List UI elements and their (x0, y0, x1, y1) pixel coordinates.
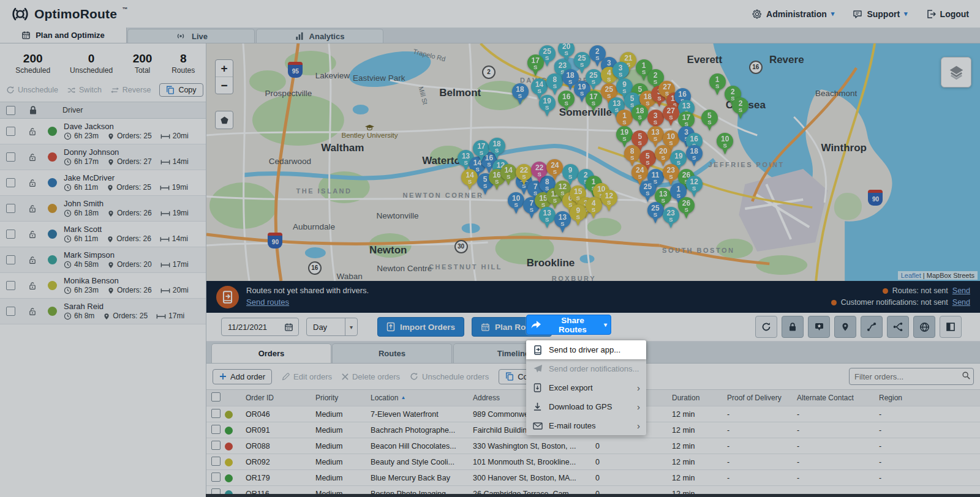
route-dots-toggle-button[interactable] (861, 316, 883, 338)
stop-marker[interactable]: 19S (539, 95, 556, 117)
route-map[interactable]: SomervilleBelmontEverettRevereChelseaWin… (206, 43, 980, 281)
driver-checkbox[interactable] (6, 204, 15, 213)
stop-marker[interactable]: 16S (558, 91, 575, 113)
stop-marker[interactable]: 17S (527, 54, 544, 77)
driver-checkbox[interactable] (6, 307, 15, 316)
send-link[interactable]: Send (952, 297, 970, 308)
horizontal-scrollbar[interactable] (206, 494, 980, 497)
add-order-button[interactable]: Add order (213, 369, 272, 384)
order-row[interactable]: OR088 Medium Beacon Hill Chocolates... 3… (206, 438, 980, 454)
column-header-region[interactable]: Region (874, 394, 980, 402)
polygon-select-button[interactable] (215, 111, 233, 129)
refresh-toggle-button[interactable] (755, 316, 777, 338)
order-row[interactable]: OR092 Medium Beauty and Style Cooli... 1… (206, 454, 980, 470)
zoom-in-button[interactable]: + (216, 60, 233, 77)
tab-routes[interactable]: Routes (332, 343, 452, 363)
stop-marker[interactable]: 22S (531, 162, 548, 184)
calendar-icon[interactable] (284, 323, 293, 332)
stop-marker[interactable]: 18S (631, 105, 648, 127)
order-checkbox[interactable] (211, 441, 221, 450)
stop-marker[interactable]: 10S (717, 133, 733, 155)
lock-toggle-button[interactable] (782, 316, 804, 338)
menu-item-download-to-gps[interactable]: Download to GPS› (526, 397, 646, 416)
order-checkbox[interactable] (211, 409, 221, 418)
switch-button[interactable]: Switch (67, 86, 102, 94)
share-routes-button[interactable]: Share Routes ▾ (526, 315, 611, 335)
leaflet-link[interactable]: Leaflet (901, 272, 921, 279)
driver-checkbox[interactable] (6, 152, 15, 162)
stop-marker[interactable]: 12S (601, 190, 617, 212)
date-picker[interactable] (221, 318, 299, 336)
nav-administration[interactable]: Administration▾ (752, 9, 834, 19)
route-branch-toggle-button[interactable] (887, 316, 909, 338)
stop-marker[interactable]: 17S (473, 140, 489, 162)
column-header-duration[interactable]: Duration (667, 394, 722, 402)
column-header-order-id[interactable]: Order ID (241, 394, 311, 402)
copy-routes-button[interactable]: Copy (159, 83, 203, 97)
stop-marker[interactable]: 4S (586, 197, 602, 219)
split-panel-toggle-button[interactable] (940, 316, 962, 338)
menu-item-e-mail-routes[interactable]: E-mail routes› (526, 416, 646, 435)
column-header-proof-of-delivery[interactable]: Proof of Delivery (722, 394, 792, 402)
driver-row[interactable]: Mark Scott 6h 11m Orders: 26 14mi (0, 222, 206, 247)
select-all-orders-checkbox[interactable] (211, 392, 221, 402)
driver-row[interactable]: Sarah Reid 6h 8m Orders: 25 17mi (0, 299, 206, 324)
menu-item-send-to-driver-app[interactable]: Send to driver app... (526, 340, 646, 359)
order-checkbox[interactable] (211, 457, 221, 466)
stop-marker[interactable]: 17S (586, 91, 602, 113)
menu-item-excel-export[interactable]: Excel export› (526, 378, 646, 397)
order-row[interactable]: OR179 Medium Blue Mercury Back Bay 300 H… (206, 470, 980, 486)
stop-marker[interactable]: 18S (512, 83, 529, 105)
driver-checkbox[interactable] (6, 178, 15, 187)
stop-marker[interactable]: 2S (732, 97, 748, 119)
stop-marker[interactable]: 9S (562, 164, 579, 186)
driver-checkbox[interactable] (6, 281, 15, 290)
driver-row[interactable]: Monika Benson 6h 23m Orders: 26 20mi (0, 273, 206, 299)
filter-orders-input[interactable] (849, 368, 974, 385)
tab-analytics[interactable]: Analytics (256, 29, 383, 43)
driver-checkbox[interactable] (6, 255, 15, 264)
zoom-out-button[interactable]: − (216, 77, 233, 94)
menu-item-send-order-notifications[interactable]: Send order notifications... (526, 359, 646, 378)
send-routes-link[interactable]: Send routes (246, 297, 369, 308)
column-header-priority[interactable]: Priority (311, 394, 366, 402)
nav-support[interactable]: Support▾ (853, 9, 907, 19)
edit-orders-button[interactable]: Edit orders (282, 372, 332, 381)
reverse-button[interactable]: Reverse (110, 86, 151, 94)
globe-toggle-button[interactable] (913, 316, 935, 338)
stop-marker[interactable]: 18S (489, 138, 505, 160)
stop-marker[interactable]: 13S (539, 207, 556, 229)
stop-marker[interactable]: 5S (701, 110, 718, 132)
stop-marker[interactable]: 9S (570, 204, 586, 226)
stop-marker[interactable]: 14S (500, 164, 517, 186)
stop-marker[interactable]: 25S (586, 69, 602, 91)
label-bubble-toggle-button[interactable] (808, 316, 830, 338)
tab-live[interactable]: Live (127, 29, 255, 43)
stop-marker[interactable]: 10S (508, 192, 524, 214)
stop-marker[interactable]: 18S (686, 145, 703, 167)
period-select[interactable]: Day ▾ (306, 318, 358, 336)
stop-marker[interactable]: 27S (663, 105, 679, 127)
stop-marker[interactable]: 25S (647, 202, 664, 224)
tab-orders[interactable]: Orders (211, 343, 331, 363)
driver-row[interactable]: John Smith 6h 18m Orders: 26 19mi (0, 196, 206, 222)
select-all-drivers-checkbox[interactable] (6, 106, 15, 115)
column-header-alternate-contact[interactable]: Alternate Contact (792, 394, 874, 402)
driver-checkbox[interactable] (6, 127, 15, 136)
date-input[interactable] (227, 322, 281, 332)
tab-plan[interactable]: Plan and Optimize (0, 28, 127, 43)
order-checkbox[interactable] (211, 425, 221, 434)
stop-marker[interactable]: 22S (516, 164, 532, 186)
pin-toggle-button[interactable] (834, 316, 856, 338)
unschedule-button[interactable]: Unschedule (6, 86, 58, 94)
stop-marker[interactable]: 12S (686, 176, 703, 198)
driver-row[interactable]: Jake McDriver 6h 11m Orders: 25 19mi (0, 170, 206, 196)
nav-logout[interactable]: Logout (926, 9, 969, 19)
order-checkbox[interactable] (211, 473, 221, 482)
stop-marker[interactable]: 25S (639, 181, 656, 203)
stop-marker[interactable]: 26S (678, 197, 695, 219)
stop-marker[interactable]: 24S (546, 159, 563, 181)
driver-row[interactable]: Dave Jackson 6h 23m Orders: 25 20mi (0, 119, 206, 144)
delete-orders-button[interactable]: Delete orders (342, 372, 400, 381)
map-layers-button[interactable] (941, 57, 971, 88)
